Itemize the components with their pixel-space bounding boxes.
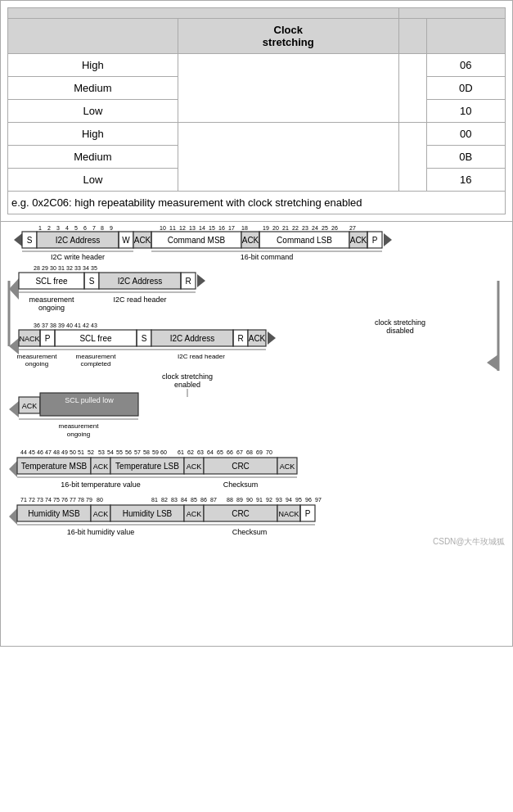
- svg-text:70: 70: [266, 449, 272, 455]
- svg-text:92: 92: [266, 497, 272, 503]
- svg-text:12: 12: [179, 225, 186, 231]
- cell-lsb: 0B: [426, 146, 505, 169]
- svg-text:54: 54: [107, 449, 114, 455]
- label-scl-free-2: SCL free: [35, 277, 68, 286]
- svg-text:81: 81: [151, 497, 158, 503]
- arrow-left-5: [9, 461, 17, 477]
- label-16bit-temp: 16-bit temperature value: [61, 480, 141, 489]
- svg-text:ACK: ACK: [350, 236, 367, 245]
- svg-text:NACK: NACK: [19, 335, 39, 343]
- arrow-large-left-2: [9, 278, 19, 300]
- svg-text:20: 20: [272, 225, 279, 231]
- timing-diagram: S 1 2 3 4 5 6 7 8 9 I2C Address W ACK 10…: [7, 225, 507, 643]
- arrow-right-1: [384, 233, 392, 246]
- svg-text:57: 57: [134, 449, 141, 455]
- svg-text:33: 33: [74, 265, 81, 271]
- svg-text:43: 43: [91, 323, 97, 328]
- svg-text:disabled: disabled: [386, 327, 414, 335]
- svg-text:1: 1: [38, 225, 42, 231]
- svg-text:41: 41: [74, 323, 81, 328]
- label-i2c-write: I2C write header: [51, 253, 105, 261]
- label-hum-msb: Humidity MSB: [28, 509, 80, 518]
- svg-text:32: 32: [66, 265, 73, 271]
- svg-text:88: 88: [227, 497, 233, 503]
- svg-text:ongoing: ongoing: [67, 431, 90, 438]
- svg-text:3: 3: [56, 225, 60, 231]
- label-checksum-2: Checksum: [232, 528, 268, 536]
- label-crc-2: CRC: [232, 509, 250, 518]
- svg-text:55: 55: [116, 449, 123, 455]
- svg-text:31: 31: [58, 265, 65, 271]
- svg-text:49: 49: [61, 449, 68, 455]
- svg-text:S: S: [89, 277, 95, 286]
- svg-text:53: 53: [98, 449, 105, 455]
- svg-text:enabled: enabled: [174, 381, 200, 389]
- col-clock: Clockstretching: [178, 19, 398, 54]
- svg-text:84: 84: [181, 497, 187, 503]
- svg-text:63: 63: [197, 449, 204, 455]
- label-i2c-addr-2: I2C Address: [118, 277, 162, 286]
- svg-text:67: 67: [236, 449, 243, 455]
- svg-text:78: 78: [78, 497, 84, 503]
- svg-text:ACK: ACK: [187, 462, 202, 471]
- svg-text:39: 39: [58, 323, 65, 328]
- svg-text:48: 48: [53, 449, 60, 455]
- svg-text:77: 77: [70, 497, 76, 503]
- svg-text:9: 9: [110, 225, 113, 231]
- svg-text:ACK: ACK: [187, 510, 202, 518]
- svg-text:59: 59: [152, 449, 159, 455]
- svg-text:29: 29: [42, 265, 48, 271]
- svg-text:R: R: [185, 277, 191, 286]
- svg-text:61: 61: [178, 449, 184, 455]
- svg-text:ongoing: ongoing: [38, 304, 65, 312]
- label-hum-lsb: Humidity LSB: [123, 509, 173, 518]
- svg-text:64: 64: [207, 449, 214, 455]
- condition-header: [8, 8, 399, 19]
- cell-lsb: 10: [426, 100, 505, 123]
- cell-clock: [178, 54, 398, 123]
- label-scl-free-3: SCL free: [79, 334, 112, 343]
- svg-text:83: 83: [171, 497, 178, 503]
- svg-text:52: 52: [88, 449, 94, 455]
- cell-repeatability: Low: [8, 100, 178, 123]
- svg-text:75: 75: [53, 497, 60, 503]
- cell-lsb: 06: [426, 54, 505, 77]
- col-msb: [398, 19, 426, 54]
- cell-repeatability: Medium: [8, 146, 178, 169]
- svg-text:80: 80: [97, 497, 103, 503]
- svg-text:86: 86: [200, 497, 207, 503]
- label-16bit-hum: 16-bit humidity value: [67, 528, 135, 536]
- svg-text:45: 45: [29, 449, 35, 455]
- svg-text:97: 97: [315, 497, 322, 503]
- label-meas-completed: measurement: [76, 353, 117, 360]
- svg-text:22: 22: [292, 225, 299, 231]
- svg-text:10: 10: [160, 225, 166, 231]
- svg-text:P: P: [45, 334, 51, 343]
- svg-text:ACK: ACK: [22, 402, 38, 410]
- svg-text:23: 23: [302, 225, 308, 231]
- svg-text:completed: completed: [81, 360, 111, 368]
- label-temp-lsb: Temperature LSB: [115, 462, 179, 471]
- cell-repeatability: High: [8, 54, 178, 77]
- table-row: High06: [8, 54, 506, 77]
- svg-text:26: 26: [331, 225, 338, 231]
- svg-text:94: 94: [286, 497, 292, 503]
- svg-text:87: 87: [210, 497, 217, 503]
- label-clk-enabled: clock stretching: [162, 372, 213, 381]
- svg-text:35: 35: [91, 265, 97, 271]
- svg-text:14: 14: [199, 225, 205, 231]
- label-s1: S: [27, 236, 33, 245]
- col-lsb: [426, 19, 505, 54]
- svg-text:4: 4: [65, 225, 69, 231]
- svg-text:96: 96: [305, 497, 312, 503]
- svg-text:66: 66: [227, 449, 233, 455]
- svg-text:71: 71: [20, 497, 27, 503]
- svg-text:28: 28: [34, 265, 40, 271]
- cell-clock: [178, 123, 398, 192]
- svg-text:62: 62: [187, 449, 194, 455]
- svg-text:95: 95: [295, 497, 302, 503]
- hexcode-header: [398, 8, 505, 19]
- svg-text:S: S: [142, 334, 147, 343]
- svg-text:89: 89: [236, 497, 243, 503]
- diagram-section: S 1 2 3 4 5 6 7 8 9 I2C Address W ACK 10…: [0, 222, 513, 647]
